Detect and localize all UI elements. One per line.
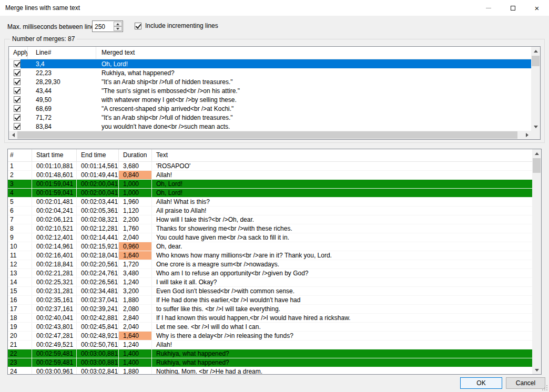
subtitle-list: # Start time End time Duration Text 1 00… — [7, 149, 542, 375]
subtitle-list-row[interactable]: 1 00:01:10,881 00:01:14,561 3,680 'ROSAP… — [8, 162, 532, 171]
sub-row-start: 00:02:04,241 — [32, 207, 77, 215]
column-header-merged-text[interactable]: Merged text — [96, 47, 531, 59]
column-header-text[interactable]: Text — [152, 149, 532, 161]
merge-list: Apply Line# Merged text 3,4 Oh, Lord! 22… — [8, 46, 541, 140]
subtitle-list-row[interactable]: 7 00:02:06,121 00:02:08,321 2,200 How wi… — [8, 215, 532, 224]
sub-row-text: You could have given me<br />a sack to f… — [152, 233, 532, 242]
sub-row-start: 00:02:37,161 — [32, 305, 77, 313]
scroll-right-button[interactable] — [523, 131, 531, 139]
subtitle-list-row[interactable]: 19 00:02:43,801 00:02:45,841 2,040 Let m… — [8, 323, 532, 332]
scroll-up-button[interactable] — [532, 149, 541, 158]
column-header-apply[interactable]: Apply — [9, 47, 28, 59]
sub-row-duration: 0,960 — [119, 242, 152, 251]
scrollbar-thumb[interactable] — [532, 56, 540, 66]
subtitle-list-row[interactable]: 3 00:01:59,041 00:02:00,041 1,000 Oh, Lo… — [8, 180, 532, 189]
merge-list-row[interactable]: 43,44 "The sun's signet is embossed<br /… — [9, 86, 531, 95]
merge-list-row[interactable]: 49,50 with whatever money I get<br />by … — [9, 95, 531, 104]
merge-list-row[interactable]: 28,29,30 "It's an Arab ship<br />full of… — [9, 77, 531, 86]
subtitle-list-row[interactable]: 17 00:02:37,161 00:02:39,241 2,080 to su… — [8, 305, 532, 314]
sub-row-start: 00:02:43,801 — [32, 323, 77, 331]
apply-checkbox[interactable] — [14, 123, 21, 130]
apply-checkbox[interactable] — [14, 69, 21, 76]
merge-list-vertical-scrollbar[interactable] — [531, 47, 540, 131]
sub-row-end: 00:02:48,921 — [77, 332, 119, 340]
subtitle-list-row[interactable]: 22 00:02:59,481 00:03:00,881 1,400 Rukhi… — [8, 349, 532, 358]
resize-grip[interactable] — [542, 385, 547, 390]
spinner-up-button[interactable] — [114, 22, 122, 26]
apply-checkbox[interactable] — [14, 105, 21, 112]
apply-checkbox[interactable] — [14, 78, 21, 85]
cancel-button[interactable]: Cancel — [506, 377, 545, 389]
max-milliseconds-input[interactable] — [93, 21, 114, 32]
subtitle-list-row[interactable]: 11 00:02:16,401 00:02:18,041 1,640 Who k… — [8, 251, 532, 260]
merge-row-lines: 28,29,30 — [28, 78, 96, 86]
subtitle-list-row[interactable]: 10 00:02:14,961 00:02:15,921 0,960 Oh, d… — [8, 242, 532, 251]
subtitle-list-row[interactable]: 16 00:02:35,161 00:02:37,041 1,880 If He… — [8, 296, 532, 305]
subtitle-list-row[interactable]: 13 00:02:21,281 00:02:24,761 3,480 Who a… — [8, 269, 532, 278]
subtitle-list-row[interactable]: 21 00:02:49,521 00:02:50,761 1,240 Allah… — [8, 341, 532, 349]
subtitle-list-vertical-scrollbar[interactable] — [532, 149, 541, 374]
subtitle-list-row[interactable]: 20 00:02:47,281 00:02:48,921 1,640 Why i… — [8, 332, 532, 341]
subtitle-list-row[interactable]: 8 00:02:10,521 00:02:12,281 1,760 Thanks… — [8, 224, 532, 233]
merge-lines-dialog: { "window": { "title": "Merge lines with… — [0, 0, 549, 392]
max-milliseconds-spinner[interactable] — [92, 20, 123, 32]
sub-row-duration: 1,000 — [119, 180, 152, 188]
subtitle-list-row[interactable]: 12 00:02:18,841 00:02:20,561 1,720 One c… — [8, 260, 532, 269]
ok-button[interactable]: OK — [460, 377, 502, 389]
column-header-start-time[interactable]: Start time — [32, 149, 77, 161]
column-header-line-numbers[interactable]: Line# — [28, 47, 96, 59]
sub-row-num: 4 — [8, 189, 32, 197]
sub-row-start: 00:02:10,521 — [32, 224, 77, 233]
merge-list-row[interactable]: 83,84 you wouldn't have done<br />such m… — [9, 122, 531, 131]
sub-row-num: 20 — [8, 332, 32, 340]
maximize-button[interactable] — [501, 0, 525, 16]
apply-checkbox-cell — [9, 104, 21, 113]
subtitle-list-row[interactable]: 5 00:02:01,481 00:02:03,441 1,960 Allah!… — [8, 198, 532, 207]
maximize-icon — [511, 6, 515, 11]
apply-checkbox[interactable] — [14, 60, 21, 67]
merge-list-header: Apply Line# Merged text — [9, 47, 531, 59]
scrollbar-thumb[interactable] — [17, 131, 517, 139]
column-header-duration[interactable]: Duration — [119, 149, 152, 161]
sub-row-num: 9 — [8, 233, 32, 242]
sub-row-text: Oh, Lord! — [152, 180, 532, 188]
minimize-button[interactable] — [476, 0, 501, 16]
subtitle-list-row[interactable]: 15 00:02:31,281 00:02:34,481 3,200 Even … — [8, 287, 532, 296]
merge-list-row[interactable]: 3,4 Oh, Lord! — [9, 59, 531, 68]
subtitle-list-row[interactable]: 2 00:01:48,601 00:01:49,441 0,840 Allah! — [8, 171, 532, 180]
apply-checkbox[interactable] — [14, 114, 21, 121]
sub-row-start: 00:02:59,481 — [32, 358, 77, 367]
sub-row-end: 00:02:15,921 — [77, 242, 119, 251]
merge-row-text: with whatever money I get<br />by sellin… — [96, 96, 531, 104]
scroll-up-button[interactable] — [531, 47, 540, 55]
sub-row-text: Rukhiya, what happened? — [152, 349, 532, 358]
sub-row-text: If I had known this would happen,<br />I… — [152, 314, 532, 322]
merge-list-row[interactable]: 71,72 "It's an Arab ship<br />full of hi… — [9, 113, 531, 122]
subtitle-list-row[interactable]: 6 00:02:04,241 00:02:05,361 1,120 All pr… — [8, 207, 532, 215]
column-header-number[interactable]: # — [8, 149, 32, 161]
spinner-down-button[interactable] — [114, 26, 122, 31]
subtitle-list-row[interactable]: 23 00:02:59,481 00:03:00,881 1,400 Rukhi… — [8, 358, 532, 367]
subtitle-list-row[interactable]: 14 00:02:25,321 00:02:26,561 1,240 I wil… — [8, 278, 532, 287]
subtitle-list-row[interactable]: 18 00:02:40,041 00:02:42,881 2,840 If I … — [8, 314, 532, 323]
merge-list-row[interactable]: 22,23 Rukhiya, what happened? — [9, 68, 531, 77]
scroll-down-button[interactable] — [531, 122, 540, 131]
sub-row-end: 00:02:26,561 — [77, 278, 119, 286]
merge-list-row[interactable]: 68,69 "A crescent-shaped ship arrived<br… — [9, 104, 531, 113]
include-incrementing-label: Include incrementing lines — [145, 22, 218, 29]
scroll-down-button[interactable] — [532, 366, 541, 374]
merge-list-horizontal-scrollbar[interactable] — [9, 131, 531, 139]
merge-row-text: "The sun's signet is embossed<br />on hi… — [96, 87, 531, 95]
scrollbar-thumb[interactable] — [533, 158, 541, 173]
scroll-left-button[interactable] — [9, 131, 17, 139]
apply-checkbox[interactable] — [14, 96, 21, 103]
sub-row-text: 'ROSAPOO' — [152, 162, 532, 170]
subtitle-list-row[interactable]: 24 00:03:00,961 00:03:02,841 1,880 Nothi… — [8, 367, 532, 374]
include-incrementing-checkbox[interactable] — [135, 23, 141, 29]
apply-checkbox[interactable] — [14, 87, 21, 94]
column-header-end-time[interactable]: End time — [77, 149, 119, 161]
close-button[interactable]: × — [525, 0, 549, 16]
sub-row-text: Why is there a delay<br />in releasing t… — [152, 332, 532, 340]
subtitle-list-row[interactable]: 9 00:02:12,401 00:02:14,441 2,040 You co… — [8, 233, 532, 242]
subtitle-list-row[interactable]: 4 00:01:59,041 00:02:00,041 1,000 Oh, Lo… — [8, 189, 532, 198]
